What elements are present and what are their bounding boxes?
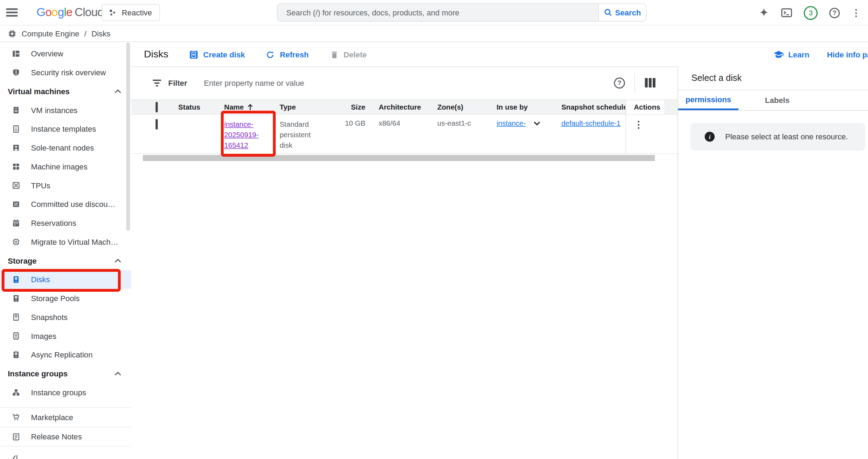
search-button[interactable]: Search	[598, 4, 646, 21]
sidebar-item-snapshots[interactable]: Snapshots	[0, 308, 131, 327]
filter-row: Filter ?	[131, 67, 678, 100]
sidebar-item-label: Instance groups	[31, 388, 86, 397]
sidebar-item-release-notes[interactable]: Release Notes	[0, 427, 131, 446]
breadcrumb-page: Disks	[91, 29, 110, 38]
notifications-badge[interactable]: 3	[804, 6, 818, 20]
tab-permissions[interactable]: permissions	[678, 90, 738, 110]
header-type[interactable]: Type	[279, 103, 340, 111]
sidebar-item-images[interactable]: Images	[0, 327, 131, 346]
sidebar-item-label: Release Notes	[31, 432, 82, 441]
header-status[interactable]: Status	[172, 103, 224, 111]
row-status-cell	[172, 114, 224, 153]
logo-letter: o	[45, 6, 51, 18]
header-zones[interactable]: Zone(s)	[429, 103, 487, 111]
compute-engine-icon	[8, 29, 16, 38]
sidebar-item-vm-instances[interactable]: VM instances	[0, 101, 131, 120]
divider	[0, 446, 131, 447]
main-content: Disks Create disk Refresh Delete Filter …	[131, 43, 678, 459]
sidebar-item-label: Migrate to Virtual Mach…	[31, 237, 118, 246]
sidebar-section-instance-groups[interactable]: Instance groups	[0, 364, 131, 383]
filter-input[interactable]	[204, 79, 436, 88]
sidebar-item-sole-tenant-nodes[interactable]: Sole-tenant nodes	[0, 138, 131, 157]
info-icon: i	[705, 132, 715, 141]
collapse-sidebar-icon[interactable]	[11, 454, 131, 459]
section-label: Instance groups	[8, 369, 68, 378]
trash-icon	[330, 50, 339, 59]
cloud-shell-icon[interactable]	[781, 8, 792, 18]
sidebar-item-security-risk-overview[interactable]: Security risk overview	[0, 63, 131, 82]
info-message: Please select at least one resource.	[725, 132, 848, 141]
sidebar-item-instance-templates[interactable]: Instance templates	[0, 119, 131, 138]
vm-instances-icon	[12, 106, 20, 114]
sidebar-item-committed-use-discounts[interactable]: Committed use discou…	[0, 195, 131, 214]
async-replication-icon	[12, 350, 20, 359]
search-input[interactable]	[277, 4, 598, 21]
tab-labels[interactable]: Labels	[751, 90, 804, 110]
marketplace-icon	[12, 413, 20, 422]
chevron-up-icon	[115, 259, 121, 265]
create-disk-label: Create disk	[203, 50, 245, 59]
snapshot-schedule-link[interactable]: default-schedule-1	[561, 119, 620, 127]
info-panel-header: Select a disk	[678, 67, 868, 90]
google-cloud-logo[interactable]: GoogleCloud	[36, 6, 104, 19]
learn-button[interactable]: Learn	[773, 50, 809, 59]
info-message-box: i Please select at least one resource.	[690, 123, 866, 151]
delete-button[interactable]: Delete	[330, 50, 367, 59]
filter-label[interactable]: Filter	[168, 79, 187, 88]
sidebar-item-instance-groups[interactable]: Instance groups	[0, 383, 131, 402]
select-all-checkbox[interactable]	[155, 102, 158, 112]
disk-name-link[interactable]: instance-20250919-165412	[224, 119, 272, 151]
sidebar-item-reservations[interactable]: Reservations	[0, 214, 131, 232]
in-use-by-link[interactable]: instance-	[497, 119, 526, 127]
create-disk-button[interactable]: Create disk	[189, 50, 245, 59]
header-name[interactable]: Name	[224, 103, 279, 111]
filter-icon	[152, 79, 162, 87]
sidebar-section-virtual-machines[interactable]: Virtual machines	[0, 82, 131, 101]
sidebar-item-tpus[interactable]: TPUs	[0, 176, 131, 195]
sidebar-item-machine-images[interactable]: Machine images	[0, 157, 131, 176]
sidebar-item-label: Security risk overview	[31, 68, 106, 77]
search-button-label: Search	[615, 8, 641, 17]
row-checkbox[interactable]	[155, 119, 158, 130]
logo-letter: g	[58, 6, 64, 18]
percent-icon	[12, 200, 20, 209]
header-snapshot-schedule[interactable]: Snapshot schedule	[554, 103, 626, 111]
sidebar-item-overview[interactable]: Overview	[0, 44, 131, 63]
column-display-icon[interactable]	[645, 78, 655, 88]
divider	[634, 73, 635, 93]
top-bar: GoogleCloud Reactive Search 3	[0, 0, 868, 26]
page-title: Disks	[144, 49, 168, 60]
sort-ascending-icon	[247, 104, 254, 111]
header-size[interactable]: Size	[340, 103, 365, 111]
sidebar-item-disks[interactable]: Disks	[0, 270, 131, 289]
menu-icon[interactable]	[6, 8, 18, 17]
chevron-down-icon[interactable]	[534, 119, 540, 125]
header-in-use-by[interactable]: In use by	[487, 103, 554, 111]
header-architecture[interactable]: Architecture	[365, 103, 429, 111]
filter-help-icon[interactable]: ?	[614, 77, 625, 89]
sidebar-item-migrate-to-virtual-machines[interactable]: Migrate to Virtual Mach…	[0, 232, 131, 251]
table-header-row: Status Name Type Size Architecture Zone(…	[131, 100, 678, 115]
row-actions-menu-icon[interactable]: ⋮	[634, 120, 643, 130]
horizontal-scrollbar-thumb[interactable]	[143, 155, 655, 161]
refresh-button[interactable]: Refresh	[266, 50, 309, 59]
sidebar-item-label: Images	[31, 332, 57, 340]
sidebar-item-async-replication[interactable]: Async Replication	[0, 346, 131, 364]
hide-info-panel-button[interactable]: Hide info panel	[827, 50, 868, 59]
project-selector[interactable]: Reactive	[102, 4, 160, 21]
help-icon[interactable]: ?	[829, 7, 840, 18]
breadcrumb-separator: /	[84, 29, 86, 38]
sidebar-scrollbar[interactable]	[126, 43, 130, 231]
chevron-up-icon	[115, 371, 121, 378]
sidebar-item-marketplace[interactable]: Marketplace	[0, 408, 131, 427]
info-panel-title: Select a disk	[692, 73, 742, 83]
breadcrumb-app[interactable]: Compute Engine	[22, 29, 79, 38]
sidebar-section-storage[interactable]: Storage	[0, 251, 131, 270]
gemini-icon[interactable]	[758, 7, 770, 19]
storage-pools-icon	[12, 294, 20, 303]
refresh-icon	[266, 50, 275, 59]
sidebar-item-storage-pools[interactable]: Storage Pools	[0, 289, 131, 308]
shield-icon	[12, 68, 20, 77]
row-zone-cell: us-east1-c	[429, 114, 487, 153]
more-options-icon[interactable]: ⋮	[852, 8, 861, 18]
